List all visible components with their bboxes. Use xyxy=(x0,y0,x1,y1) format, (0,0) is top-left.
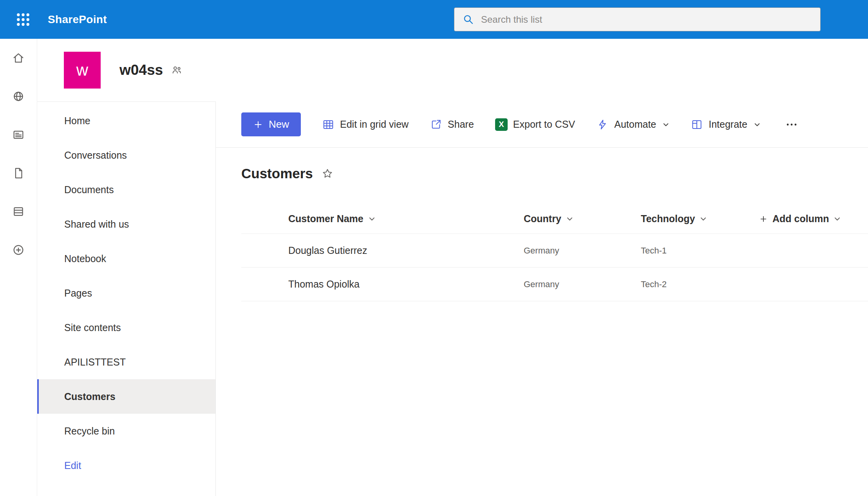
rail-home-button[interactable] xyxy=(9,49,28,67)
favorite-button[interactable] xyxy=(322,168,333,179)
plus-icon xyxy=(253,119,263,130)
brand-title[interactable]: SharePoint xyxy=(48,13,107,26)
home-icon xyxy=(12,51,25,65)
site-logo[interactable]: w xyxy=(64,52,101,89)
teams-icon xyxy=(171,64,183,76)
star-icon xyxy=(322,168,333,179)
integrate-icon xyxy=(691,118,703,131)
add-circle-icon xyxy=(12,243,25,257)
chevron-down-icon xyxy=(834,215,841,223)
edit-in-grid-view-button[interactable]: Edit in grid view xyxy=(322,118,409,131)
suite-bar: SharePoint xyxy=(0,0,868,39)
ellipsis-icon xyxy=(785,118,798,131)
automate-icon xyxy=(596,118,609,131)
sidebar-item-conversations[interactable]: Conversations xyxy=(37,138,215,172)
integrate-label: Integrate xyxy=(709,119,747,130)
site-title[interactable]: w04ss xyxy=(119,62,163,78)
integrate-menu-button[interactable]: Integrate xyxy=(691,118,761,131)
search-input[interactable] xyxy=(481,14,812,25)
rail-create-button[interactable] xyxy=(9,241,28,259)
sidebar-item-notebook[interactable]: Notebook xyxy=(37,241,215,276)
search-box[interactable] xyxy=(454,7,821,31)
sidebar-item-site-contents[interactable]: Site contents xyxy=(37,310,215,345)
cell-customer-name: Douglas Gutierrez xyxy=(241,245,524,256)
chevron-down-icon xyxy=(754,121,761,128)
plus-icon xyxy=(759,215,768,223)
cell-country: Germany xyxy=(524,279,641,290)
automate-menu-button[interactable]: Automate xyxy=(596,118,669,131)
globe-icon xyxy=(12,90,25,103)
document-icon xyxy=(12,167,25,180)
export-to-csv-button[interactable]: X Export to CSV xyxy=(495,118,575,131)
chevron-down-icon xyxy=(662,121,669,128)
rail-lists-button[interactable] xyxy=(9,202,28,221)
list-title-row: Customers xyxy=(216,148,868,181)
list-title: Customers xyxy=(241,166,313,181)
add-column-button[interactable]: Add column xyxy=(759,213,841,224)
chevron-down-icon xyxy=(368,215,376,223)
share-button[interactable]: Share xyxy=(430,118,474,131)
command-bar: New Edit in grid view xyxy=(216,101,868,148)
site-header: w w04ss xyxy=(37,39,868,101)
more-commands-button[interactable] xyxy=(785,118,798,131)
sidebar-item-home[interactable]: Home xyxy=(37,103,215,138)
news-icon xyxy=(12,128,25,141)
sidebar-item-pages[interactable]: Pages xyxy=(37,276,215,310)
cell-technology: Tech-2 xyxy=(641,279,759,290)
grid-view-icon xyxy=(322,118,335,131)
sidebar-item-documents[interactable]: Documents xyxy=(37,172,215,207)
search-icon xyxy=(462,13,475,26)
table-row[interactable]: Douglas Gutierrez Germany Tech-1 xyxy=(241,234,868,268)
list-view: New Edit in grid view xyxy=(216,101,868,496)
list-table: Customer Name Country xyxy=(241,204,868,301)
excel-icon: X xyxy=(495,118,508,131)
rail-news-button[interactable] xyxy=(9,125,28,144)
site-navigation: Home Conversations Documents Shared with… xyxy=(37,101,216,496)
cell-country: Germany xyxy=(524,246,641,256)
new-button[interactable]: New xyxy=(241,112,301,136)
waffle-icon xyxy=(16,12,31,27)
rail-documents-button[interactable] xyxy=(9,164,28,183)
cell-customer-name: Thomas Opiolka xyxy=(241,279,524,290)
chevron-down-icon xyxy=(566,215,573,223)
table-header-row: Customer Name Country xyxy=(241,204,868,234)
sidebar-item-customers[interactable]: Customers xyxy=(37,379,215,414)
new-button-label: New xyxy=(269,118,289,130)
sidebar-item-shared-with-us[interactable]: Shared with us xyxy=(37,207,215,241)
list-icon xyxy=(12,205,25,218)
app-launcher-button[interactable] xyxy=(10,7,36,33)
cell-technology: Tech-1 xyxy=(641,246,759,256)
edit-navigation-link[interactable]: Edit xyxy=(37,448,215,483)
chevron-down-icon xyxy=(700,215,707,223)
automate-label: Automate xyxy=(614,119,656,130)
sidebar-item-recycle-bin[interactable]: Recycle bin xyxy=(37,414,215,448)
column-header-technology[interactable]: Technology xyxy=(641,213,707,224)
export-to-csv-label: Export to CSV xyxy=(513,119,575,130)
column-header-customer-name[interactable]: Customer Name xyxy=(288,213,376,224)
share-label: Share xyxy=(448,119,474,130)
edit-in-grid-view-label: Edit in grid view xyxy=(340,119,409,130)
rail-global-button[interactable] xyxy=(9,87,28,106)
column-header-country[interactable]: Country xyxy=(524,213,573,224)
share-icon xyxy=(430,118,442,131)
table-row[interactable]: Thomas Opiolka Germany Tech-2 xyxy=(241,268,868,301)
app-rail xyxy=(0,39,37,496)
sidebar-item-apilisttest[interactable]: APILISTTEST xyxy=(37,345,215,379)
